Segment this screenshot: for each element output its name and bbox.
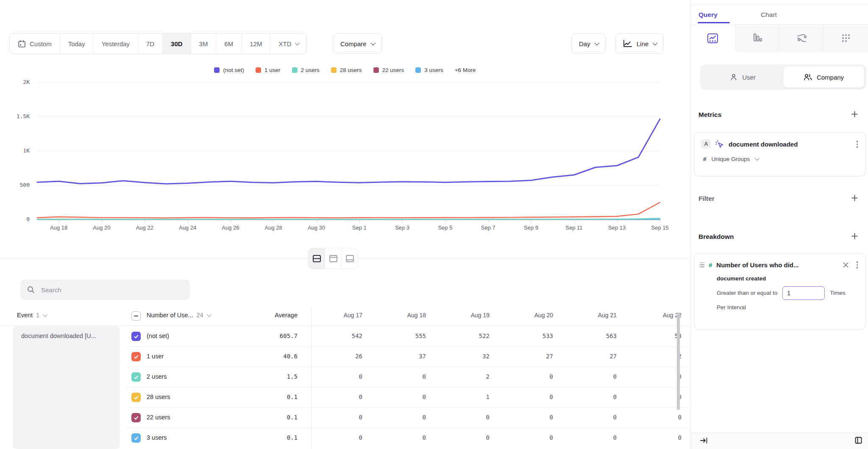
breakdown-condition-row: Greater than or equal to Times xyxy=(695,286,865,300)
value-cell: 26 xyxy=(307,353,362,360)
range-today-button[interactable]: Today xyxy=(60,33,93,54)
event-column-header[interactable]: Event 1 xyxy=(17,312,46,319)
layout-chart-only-button[interactable] xyxy=(325,248,341,269)
series-line-1-user xyxy=(37,202,660,218)
chart-type-line-tab[interactable] xyxy=(691,25,735,52)
select-all-checkbox[interactable] xyxy=(131,311,141,321)
drag-handle-icon[interactable] xyxy=(700,263,704,267)
series-checkbox[interactable] xyxy=(131,352,141,361)
value-cell: 0 xyxy=(307,434,362,441)
range-12m-button[interactable]: 12M xyxy=(241,33,270,54)
value-cell: 37 xyxy=(371,353,426,360)
condition-unit: Times xyxy=(830,290,845,296)
chart-type-bar-tab[interactable] xyxy=(735,25,779,52)
layout-table-only-button[interactable] xyxy=(341,248,358,269)
add-breakdown-button[interactable] xyxy=(851,233,858,241)
series-column-header[interactable]: Number of Use... 24 xyxy=(147,312,210,319)
average-value: 0.1 xyxy=(237,414,298,421)
legend-swatch xyxy=(373,67,379,73)
legend-item[interactable]: (not set) xyxy=(214,67,244,73)
range-6m-button[interactable]: 6M xyxy=(216,33,241,54)
legend-label: (not set) xyxy=(223,67,244,73)
interval-dropdown[interactable]: Day xyxy=(571,33,606,54)
series-label: 22 users xyxy=(147,414,170,421)
value-cell: 0 xyxy=(498,414,553,421)
value-cell: 2 xyxy=(626,353,682,360)
legend-item[interactable]: 2 users xyxy=(292,67,320,73)
chart-type-grid-tab[interactable] xyxy=(823,25,868,52)
series-line--not-set- xyxy=(37,119,660,184)
query-sidebar: Query Chart xyxy=(690,0,868,449)
legend-item[interactable]: 3 users xyxy=(415,67,443,73)
value-cell: 0 xyxy=(626,373,682,380)
range-yesterday-button[interactable]: Yesterday xyxy=(93,33,138,54)
interval-label: Day xyxy=(579,40,590,47)
average-value: 0.1 xyxy=(237,394,298,400)
tab-query[interactable]: Query xyxy=(698,11,718,19)
legend-item[interactable]: 1 user xyxy=(256,67,281,73)
range-label: Today xyxy=(68,40,85,47)
toggle-company[interactable]: Company xyxy=(783,67,864,88)
chart-type-flows-tab[interactable] xyxy=(779,25,824,52)
date-column-header: Aug 20 xyxy=(498,312,553,319)
value-cell: 2 xyxy=(434,373,490,380)
main-panel: CustomTodayYesterday7D30D3M6M12MXTD Comp… xyxy=(0,0,690,449)
split-panel-icon[interactable] xyxy=(855,437,862,446)
chart-type-selector xyxy=(691,25,868,52)
add-filter-button[interactable] xyxy=(851,195,858,203)
breakdown-event[interactable]: document created xyxy=(695,275,865,282)
series-checkbox[interactable] xyxy=(131,433,141,443)
series-checkbox[interactable] xyxy=(131,413,141,422)
series-checkbox[interactable] xyxy=(131,372,141,382)
add-metric-button[interactable] xyxy=(851,111,858,119)
collapse-panel-icon[interactable] xyxy=(700,437,708,446)
condition-value-input[interactable] xyxy=(782,286,825,300)
series-checkbox[interactable] xyxy=(131,393,141,402)
legend-more-button[interactable]: +6 More xyxy=(455,67,476,73)
average-column-header: Average xyxy=(237,312,298,319)
event-list-item[interactable]: document downloaded [U... xyxy=(13,326,120,339)
per-interval-label[interactable]: Per Interval xyxy=(695,304,865,310)
metric-event-name[interactable]: document downloaded xyxy=(729,141,851,148)
chevron-down-icon xyxy=(370,41,375,45)
legend-more-label: +6 More xyxy=(455,67,476,73)
series-line-2-users xyxy=(37,218,660,219)
legend-swatch xyxy=(256,67,261,73)
row-divider xyxy=(127,407,690,408)
range-3m-button[interactable]: 3M xyxy=(191,33,216,54)
chevron-down-icon xyxy=(755,156,760,161)
close-icon[interactable] xyxy=(843,262,849,268)
event-list-panel: document downloaded [U... xyxy=(13,326,120,449)
legend-item[interactable]: 22 users xyxy=(373,67,404,73)
toggle-user[interactable]: User xyxy=(702,67,783,88)
range-xtd-button[interactable]: XTD xyxy=(270,33,306,54)
measure-prefix: # xyxy=(703,156,707,162)
range-label: 12M xyxy=(250,40,262,47)
series-checkbox[interactable] xyxy=(131,332,141,341)
range-7d-button[interactable]: 7D xyxy=(138,33,162,54)
value-cell: 0 xyxy=(626,434,682,441)
chart-legend: (not set)1 user2 users28 users22 users3 … xyxy=(0,64,690,75)
users-icon xyxy=(804,73,812,81)
chart-type-dropdown[interactable]: Line xyxy=(615,33,664,54)
legend-swatch xyxy=(331,67,337,73)
metric-kebab-menu[interactable] xyxy=(855,139,860,149)
layout-split-button[interactable] xyxy=(309,248,325,269)
legend-label: 2 users xyxy=(301,67,320,73)
measure-dropdown[interactable]: # Unique Groups xyxy=(695,149,865,162)
analytics-app: CustomTodayYesterday7D30D3M6M12MXTD Comp… xyxy=(0,0,868,449)
legend-item[interactable]: 28 users xyxy=(331,67,362,73)
table-scrollbar[interactable] xyxy=(677,313,680,410)
value-cell: 0 xyxy=(626,394,682,400)
search-input[interactable] xyxy=(40,286,183,294)
value-cell: 0 xyxy=(371,414,426,421)
date-column-header: Aug 22 xyxy=(626,312,682,319)
search-icon xyxy=(27,286,35,294)
compare-button[interactable]: Compare xyxy=(333,33,382,54)
tab-chart[interactable]: Chart xyxy=(761,11,777,19)
breakdown-title[interactable]: Number of Users who did... xyxy=(716,261,838,269)
range-custom-button[interactable]: Custom xyxy=(10,33,60,54)
range-30d-button[interactable]: 30D xyxy=(162,33,191,54)
breakdown-kebab-menu[interactable] xyxy=(855,260,860,270)
breakdown-card: # Number of Users who did... document cr… xyxy=(694,253,865,330)
